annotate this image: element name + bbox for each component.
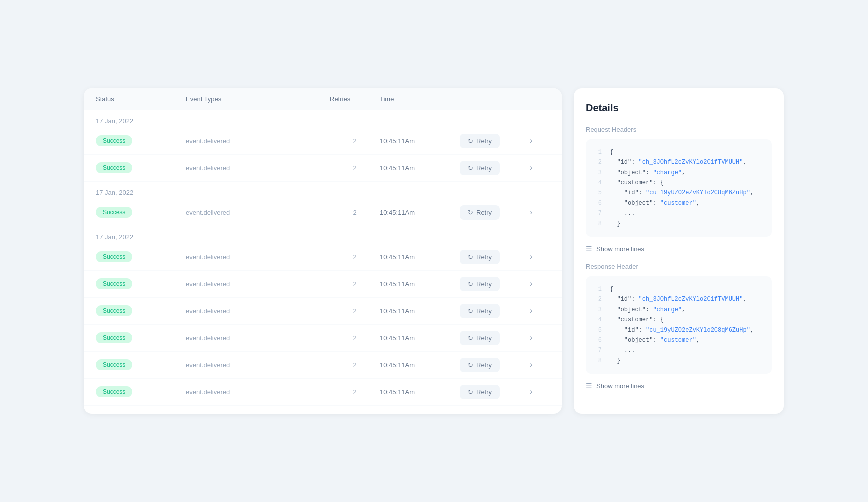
line-number: 1 (594, 284, 602, 294)
time-value: 10:45:11Am (380, 307, 460, 315)
row-expand-button[interactable]: › (530, 306, 532, 315)
table-row: Success event.delivered 2 10:45:11Am ↻Re… (84, 325, 562, 352)
retry-icon: ↻ (468, 137, 474, 145)
row-expand-button[interactable]: › (530, 279, 532, 288)
event-type: event.delivered (186, 137, 330, 145)
line-content: "id": "ch_3JOhfL2eZvKYlo2C1fTVMUUH", (610, 157, 747, 167)
retry-button[interactable]: ↻Retry (460, 205, 500, 220)
time-value: 10:45:11Am (380, 164, 460, 172)
retry-button[interactable]: ↻Retry (460, 304, 500, 318)
line-number: 4 (594, 315, 602, 325)
retry-button[interactable]: ↻Retry (460, 358, 500, 372)
table-row: Success event.delivered 2 10:45:11Am ↻Re… (84, 199, 562, 226)
status-badge: Success (96, 207, 132, 218)
retry-button[interactable]: ↻Retry (460, 385, 500, 399)
retry-button[interactable]: ↻Retry (460, 331, 500, 345)
col-nav (530, 95, 550, 103)
line-content: "object": "customer", (610, 198, 700, 208)
line-content: { (610, 147, 614, 157)
row-expand-button[interactable]: › (530, 136, 532, 145)
main-container: Status Event Types Retries Time 17 Jan, … (84, 88, 784, 414)
line-content: "customer": { (610, 315, 664, 325)
line-number: 2 (594, 294, 602, 304)
line-content: "object": "charge", (610, 168, 686, 178)
row-expand-button[interactable]: › (530, 163, 532, 172)
code-line: 5 "id": "cu_19yUZO2eZvKYlo2C8qM6ZuHp", (594, 325, 764, 335)
line-number: 8 (594, 356, 602, 366)
details-panel: Details Request Headers 1 { 2 "id": "ch_… (574, 88, 784, 414)
retries-count: 2 (330, 334, 380, 342)
code-line: 4 "customer": { (594, 178, 764, 188)
event-type: event.delivered (186, 253, 330, 261)
date-section-3: 17 Jan, 2022 (84, 226, 562, 244)
table-row: Success event.delivered 2 10:45:11Am ↻Re… (84, 128, 562, 155)
line-content: "object": "charge", (610, 305, 686, 315)
response-header-code: 1 { 2 "id": "ch_3JOhfL2eZvKYlo2C1fTVMUUH… (586, 276, 772, 374)
line-number: 3 (594, 305, 602, 315)
line-content: ... (610, 208, 635, 218)
table-row: Success event.delivered 2 10:45:11Am ↻Re… (84, 352, 562, 379)
line-number: 5 (594, 188, 602, 198)
show-more-icon: ☰ (586, 382, 592, 390)
code-line: 7 ... (594, 345, 764, 355)
event-type: event.delivered (186, 361, 330, 369)
time-value: 10:45:11Am (380, 280, 460, 288)
code-line: 6 "object": "customer", (594, 198, 764, 208)
table-row: Success event.delivered 2 10:45:11Am ↻Re… (84, 379, 562, 406)
event-type: event.delivered (186, 307, 330, 315)
time-value: 10:45:11Am (380, 209, 460, 216)
line-number: 8 (594, 219, 602, 229)
code-line: 7 ... (594, 208, 764, 218)
retry-icon: ↻ (468, 164, 474, 172)
retry-button[interactable]: ↻Retry (460, 134, 500, 148)
line-content: ... (610, 345, 635, 355)
events-table-panel: Status Event Types Retries Time 17 Jan, … (84, 88, 562, 414)
event-type: event.delivered (186, 334, 330, 342)
table-row: Success event.delivered 2 10:45:11Am ↻Re… (84, 155, 562, 182)
col-event-types: Event Types (186, 95, 330, 103)
retries-count: 2 (330, 253, 380, 261)
status-badge: Success (96, 162, 132, 173)
col-retries: Retries (330, 95, 380, 103)
retries-count: 2 (330, 388, 380, 396)
line-content: "customer": { (610, 178, 664, 188)
row-expand-button[interactable]: › (530, 252, 532, 261)
show-more-label: Show more lines (596, 245, 644, 253)
code-line: 2 "id": "ch_3JOhfL2eZvKYlo2C1fTVMUUH", (594, 157, 764, 167)
status-badge: Success (96, 332, 132, 343)
table-header: Status Event Types Retries Time (84, 88, 562, 110)
retry-button[interactable]: ↻Retry (460, 250, 500, 264)
show-more-lines-response[interactable]: ☰ Show more lines (586, 378, 772, 400)
line-number: 7 (594, 345, 602, 355)
line-number: 1 (594, 147, 602, 157)
status-badge: Success (96, 305, 132, 316)
col-status: Status (96, 95, 186, 103)
time-value: 10:45:11Am (380, 388, 460, 396)
retries-count: 2 (330, 307, 380, 315)
retry-icon: ↻ (468, 253, 474, 261)
status-badge: Success (96, 135, 132, 146)
code-line: 2 "id": "ch_3JOhfL2eZvKYlo2C1fTVMUUH", (594, 294, 764, 304)
show-more-lines-request[interactable]: ☰ Show more lines (586, 241, 772, 263)
row-expand-button[interactable]: › (530, 387, 532, 396)
table-row: Success event.delivered 2 10:45:11Am ↻Re… (84, 298, 562, 325)
line-content: } (610, 356, 621, 366)
line-content: { (610, 284, 614, 294)
line-content: "id": "cu_19yUZO2eZvKYlo2C8qM6ZuHp", (610, 325, 754, 335)
show-more-label: Show more lines (596, 382, 644, 390)
line-number: 4 (594, 178, 602, 188)
row-expand-button[interactable]: › (530, 208, 532, 217)
code-line: 3 "object": "charge", (594, 168, 764, 178)
time-value: 10:45:11Am (380, 334, 460, 342)
row-expand-button[interactable]: › (530, 360, 532, 369)
code-line: 1 { (594, 284, 764, 294)
retry-button[interactable]: ↻Retry (460, 161, 500, 175)
retries-count: 2 (330, 137, 380, 145)
col-time: Time (380, 95, 460, 103)
status-badge: Success (96, 359, 132, 370)
line-number: 5 (594, 325, 602, 335)
retry-button[interactable]: ↻Retry (460, 277, 500, 291)
row-expand-button[interactable]: › (530, 333, 532, 342)
table-row: Success event.delivered 2 10:45:11Am ↻Re… (84, 271, 562, 298)
date-section-1: 17 Jan, 2022 (84, 110, 562, 128)
